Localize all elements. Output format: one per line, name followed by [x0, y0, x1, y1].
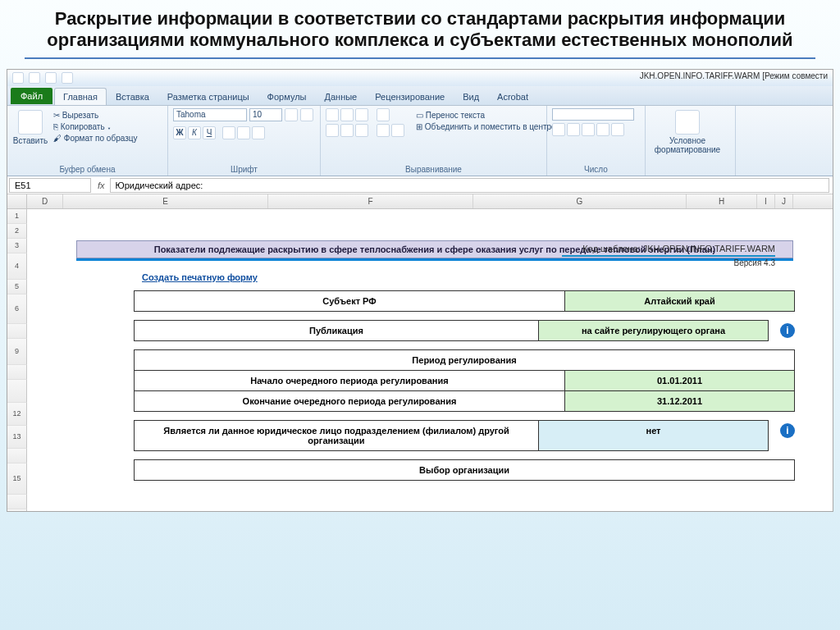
branch-value[interactable]: нет — [539, 420, 769, 451]
fill-color-icon[interactable] — [237, 126, 250, 139]
conditional-format-icon — [675, 110, 700, 135]
paste-icon — [18, 110, 43, 135]
row-branch: Является ли данное юридическое лицо подр… — [134, 420, 795, 451]
grid-body[interactable]: Код шаблона: JKH.OPEN.INFO.TARIFF.WARM В… — [27, 240, 833, 511]
title-separator — [25, 57, 815, 59]
dec-decimal-icon[interactable] — [611, 123, 624, 136]
shrink-font-icon[interactable] — [300, 108, 313, 121]
row-hdr[interactable]: 6 — [7, 294, 27, 324]
row-hdr[interactable] — [7, 365, 27, 380]
publication-value[interactable]: на сайте регулирующего органа — [539, 320, 769, 341]
tab-view[interactable]: Вид — [454, 88, 488, 105]
conditional-formatting-button[interactable]: Условное форматирование — [651, 108, 724, 154]
grow-font-icon[interactable] — [285, 108, 298, 121]
col-h[interactable]: H — [687, 194, 757, 208]
info-icon[interactable]: i — [780, 423, 795, 438]
underline-button[interactable]: Ч — [203, 126, 216, 139]
undo-icon[interactable] — [45, 72, 57, 84]
tab-layout[interactable]: Разметка страницы — [158, 88, 258, 105]
tab-review[interactable]: Рецензирование — [366, 88, 454, 105]
row-period-end: Окончание очередного периода регулирован… — [134, 391, 795, 412]
align-center-icon[interactable] — [340, 124, 354, 137]
excel-icon — [12, 72, 24, 84]
comma-icon[interactable] — [582, 123, 595, 136]
percent-icon[interactable] — [567, 123, 580, 136]
indent-dec-icon[interactable] — [377, 124, 390, 137]
row-hdr[interactable]: 12 — [7, 403, 27, 426]
col-g[interactable]: G — [473, 194, 687, 208]
row-hdr[interactable] — [7, 324, 27, 339]
row-hdr[interactable]: 4 — [7, 253, 27, 280]
currency-icon[interactable] — [552, 123, 565, 136]
col-d[interactable]: D — [27, 194, 63, 208]
ribbon-tabs: Файл Главная Вставка Разметка страницы Ф… — [7, 86, 833, 106]
quick-access-toolbar[interactable] — [7, 72, 78, 84]
merge-center-button[interactable]: ⊞ Объединить и поместить в центре ▾ — [414, 121, 564, 132]
row-hdr[interactable]: 3 — [7, 239, 27, 253]
col-f[interactable]: F — [268, 194, 473, 208]
worksheet[interactable]: D E F G H I J 1 2 3 4 5 6 9 12 13 15 17 — [7, 194, 833, 511]
period-header: Период регулирования — [134, 349, 795, 371]
number-format-select[interactable] — [552, 108, 634, 121]
tab-formulas[interactable]: Формулы — [258, 88, 316, 105]
italic-button[interactable]: К — [188, 126, 201, 139]
number-group-label: Число — [547, 165, 645, 174]
bold-button[interactable]: Ж — [173, 126, 186, 139]
row-hdr[interactable]: 1 — [7, 209, 27, 224]
row-hdr[interactable]: 5 — [7, 280, 27, 294]
redo-icon[interactable] — [62, 72, 73, 84]
subject-value[interactable]: Алтайский край — [565, 290, 795, 312]
tab-data[interactable]: Данные — [315, 88, 366, 105]
font-size-select[interactable]: 10 — [249, 108, 282, 121]
period-start-value[interactable]: 01.01.2011 — [565, 371, 795, 391]
save-icon[interactable] — [29, 72, 40, 84]
row-hdr[interactable]: 17 — [7, 509, 27, 511]
row-hdr[interactable] — [7, 449, 27, 463]
row-hdr[interactable]: 9 — [7, 339, 27, 365]
branch-label: Является ли данное юридическое лицо подр… — [134, 420, 539, 451]
file-tab[interactable]: Файл — [11, 88, 52, 104]
col-i[interactable]: I — [757, 194, 775, 208]
font-name-select[interactable]: Tahoma — [173, 108, 247, 121]
align-left-icon[interactable] — [326, 124, 339, 137]
copy-button[interactable]: ⎘ Копировать ▾ — [52, 121, 139, 132]
select-all-corner[interactable] — [7, 194, 27, 208]
ribbon: Вставить ✂ Вырезать ⎘ Копировать ▾ 🖌 Фор… — [7, 106, 833, 176]
template-code-underline — [562, 255, 775, 257]
row-hdr[interactable]: 13 — [7, 426, 27, 449]
orientation-icon[interactable] — [377, 108, 390, 121]
inc-decimal-icon[interactable] — [596, 123, 609, 136]
align-middle-icon[interactable] — [340, 108, 354, 121]
cut-button[interactable]: ✂ Вырезать — [52, 110, 139, 121]
row-hdr[interactable] — [7, 495, 27, 509]
row-hdr[interactable]: 15 — [7, 463, 27, 495]
col-j[interactable]: J — [775, 194, 793, 208]
col-e[interactable]: E — [63, 194, 268, 208]
tab-home[interactable]: Главная — [54, 88, 107, 105]
paste-button[interactable]: Вставить — [12, 108, 48, 145]
period-end-value[interactable]: 31.12.2011 — [565, 391, 795, 412]
info-icon[interactable]: i — [780, 323, 795, 338]
align-top-icon[interactable] — [326, 108, 339, 121]
create-print-form-link[interactable]: Создать печатную форму — [142, 272, 258, 282]
formula-input[interactable]: Юридический адрес: — [110, 178, 829, 193]
align-right-icon[interactable] — [355, 124, 368, 137]
row-hdr[interactable] — [7, 380, 27, 403]
row-hdr[interactable]: 2 — [7, 224, 27, 239]
border-icon[interactable] — [222, 126, 235, 139]
align-bottom-icon[interactable] — [355, 108, 368, 121]
indent-inc-icon[interactable] — [391, 124, 404, 137]
format-painter-button[interactable]: 🖌 Формат по образцу — [52, 133, 139, 144]
template-code: Код шаблона: JKH.OPEN.INFO.TARIFF.WARM — [582, 244, 775, 253]
fx-icon[interactable]: fx — [93, 180, 110, 190]
group-font: Tahoma 10 Ж К Ч Шрифт — [168, 106, 321, 176]
group-clipboard: Вставить ✂ Вырезать ⎘ Копировать ▾ 🖌 Фор… — [7, 106, 168, 176]
name-box[interactable]: E51 — [9, 178, 91, 193]
clipboard-group-label: Буфер обмена — [7, 165, 167, 174]
subject-label: Субъект РФ — [134, 290, 565, 312]
template-version: Версия 4.3 — [734, 258, 775, 267]
tab-insert[interactable]: Вставка — [107, 88, 158, 105]
wrap-text-button[interactable]: ▭ Перенос текста — [414, 110, 564, 121]
font-color-icon[interactable] — [252, 126, 265, 139]
tab-acrobat[interactable]: Acrobat — [488, 88, 537, 105]
